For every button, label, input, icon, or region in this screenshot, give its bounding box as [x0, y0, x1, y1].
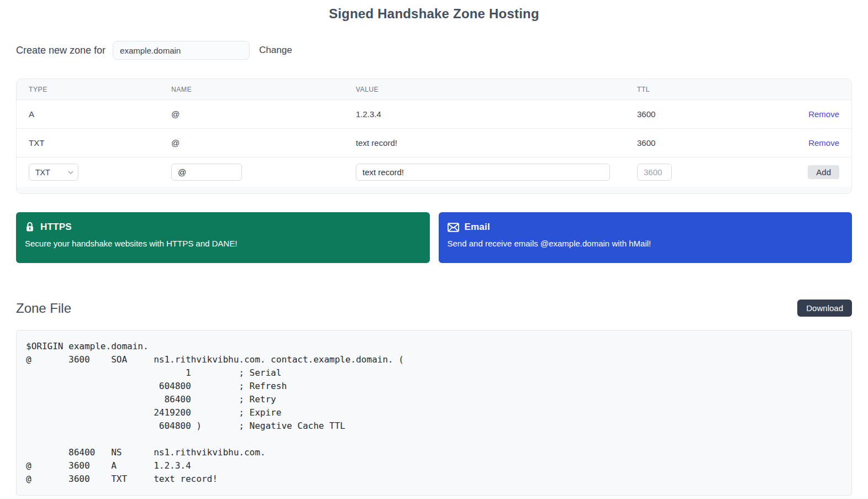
remove-record-link[interactable]: Remove: [808, 109, 839, 119]
change-domain-link[interactable]: Change: [259, 45, 292, 56]
create-zone-label: Create new zone for: [16, 45, 106, 56]
column-header-type: TYPE: [17, 79, 159, 100]
table-header: TYPE NAME VALUE TTL: [17, 79, 851, 100]
table-row: TXT @ text record! 3600 Remove: [17, 129, 851, 157]
table-row: A @ 1.2.3.4 3600 Remove: [17, 100, 851, 129]
record-ttl-input[interactable]: [637, 164, 672, 181]
zone-file-header: Zone File Download: [16, 300, 852, 317]
column-header-actions: [752, 79, 851, 100]
create-zone-form: Create new zone for Change: [16, 41, 852, 60]
record-ttl: 3600: [625, 129, 752, 157]
zone-file-heading: Zone File: [16, 301, 71, 316]
https-banner[interactable]: HTTPS Secure your handshake websites wit…: [16, 212, 430, 263]
record-type-select[interactable]: TXT: [29, 164, 78, 181]
column-header-ttl: TTL: [625, 79, 752, 100]
email-banner-title: Email: [465, 222, 490, 233]
email-banner[interactable]: Email Send and receive emails @example.d…: [439, 212, 853, 263]
https-banner-description: Secure your handshake websites with HTTP…: [25, 239, 421, 248]
domain-input[interactable]: [113, 41, 250, 60]
column-header-value: VALUE: [344, 79, 625, 100]
mail-icon: [448, 223, 459, 232]
lock-icon: [25, 222, 35, 233]
promo-banners: HTTPS Secure your handshake websites wit…: [16, 212, 852, 263]
column-header-name: NAME: [159, 79, 344, 100]
https-banner-title: HTTPS: [40, 222, 72, 233]
record-value-input[interactable]: [356, 164, 610, 181]
page-container: Signed Handshake Zone Hosting Create new…: [0, 0, 868, 496]
record-name: @: [159, 129, 344, 157]
record-type: A: [17, 100, 159, 129]
zone-file-content: $ORIGIN example.domain. @ 3600 SOA ns1.r…: [16, 330, 852, 496]
record-type-select-wrap: TXT: [29, 164, 78, 181]
record-value: text record!: [344, 129, 625, 157]
page-title: Signed Handshake Zone Hosting: [16, 0, 852, 22]
record-name-input[interactable]: [171, 164, 242, 181]
download-button[interactable]: Download: [797, 300, 852, 317]
dns-records-table: TYPE NAME VALUE TTL A @ 1.2.3.4 3600 Rem…: [17, 79, 851, 187]
record-type: TXT: [17, 129, 159, 157]
add-record-button[interactable]: Add: [808, 165, 839, 179]
dns-records-card: TYPE NAME VALUE TTL A @ 1.2.3.4 3600 Rem…: [16, 78, 852, 194]
email-banner-description: Send and receive emails @example.domain …: [448, 239, 844, 248]
remove-record-link[interactable]: Remove: [808, 138, 839, 148]
record-ttl: 3600: [625, 100, 752, 129]
record-name: @: [159, 100, 344, 129]
record-value: 1.2.3.4: [344, 100, 625, 129]
add-record-row: TXT: [17, 157, 851, 187]
